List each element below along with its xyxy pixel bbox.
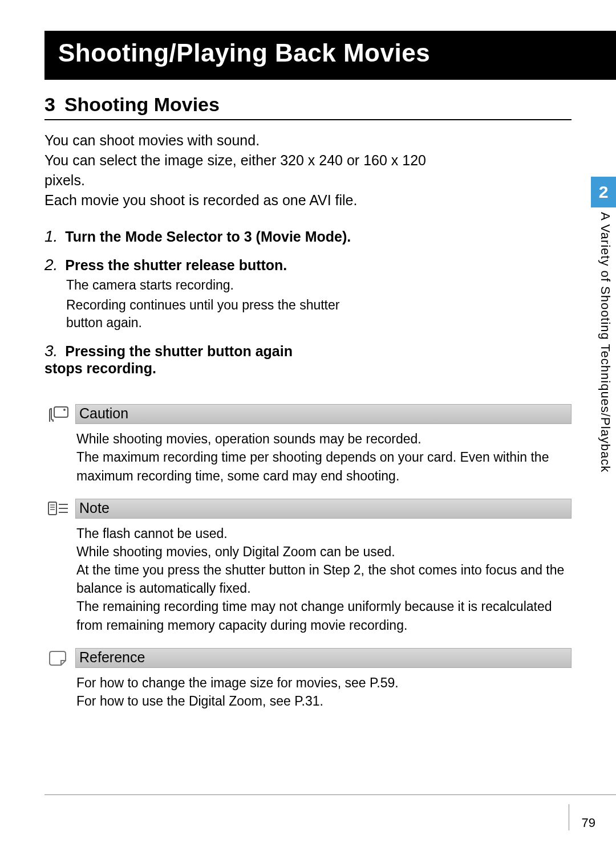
reference-callout: Reference For how to change the image si… xyxy=(44,648,572,710)
note-title: Note xyxy=(75,499,572,519)
step-number: 3. xyxy=(44,342,58,360)
chapter-side-label: A Variety of Shooting Techniques/Playbac… xyxy=(598,212,613,472)
svg-rect-2 xyxy=(48,502,56,515)
chapter-number-tab: 2 xyxy=(591,177,616,207)
caution-callout: Caution While shooting movies, operation… xyxy=(44,404,572,485)
section-title: Shooting Movies xyxy=(64,93,220,116)
step-2: 2. Press the shutter release button. The… xyxy=(44,256,572,332)
step-heading: Press the shutter release button. xyxy=(65,257,287,273)
note-icon xyxy=(44,499,71,518)
footer-rule xyxy=(44,794,616,795)
caution-title: Caution xyxy=(75,404,572,424)
step-3: 3. Pressing the shutter button again sto… xyxy=(44,342,330,377)
note-body: The flash cannot be used. While shooting… xyxy=(76,524,572,634)
intro-line: You can shoot movies with sound. xyxy=(44,131,468,150)
step-heading: Pressing the shutter button again stops … xyxy=(44,343,293,376)
svg-point-1 xyxy=(63,409,66,411)
reference-icon xyxy=(44,648,71,667)
steps-list: 1. Turn the Mode Selector to 3 (Movie Mo… xyxy=(44,227,572,377)
intro-line: You can select the image size, either 32… xyxy=(44,150,468,190)
svg-rect-0 xyxy=(54,407,68,417)
caution-icon xyxy=(44,405,71,424)
reference-body: For how to change the image size for mov… xyxy=(76,674,572,710)
caution-body: While shooting movies, operation sounds … xyxy=(76,430,572,485)
section-title-row: 3 Shooting Movies xyxy=(44,93,572,120)
chapter-banner: Shooting/Playing Back Movies xyxy=(44,31,616,80)
step-subtext: Recording continues until you press the … xyxy=(66,296,340,332)
reference-title-row: Reference xyxy=(44,648,572,668)
intro-line: Each movie you shoot is recorded as one … xyxy=(44,190,468,210)
note-callout: Note The flash cannot be used. While sho… xyxy=(44,499,572,634)
step-number: 1. xyxy=(44,227,58,245)
step-subtext: The camera starts recording. xyxy=(66,276,340,294)
page-number: 79 xyxy=(569,804,595,830)
caution-title-row: Caution xyxy=(44,404,572,424)
step-heading: Turn the Mode Selector to 3 (Movie Mode)… xyxy=(65,229,351,244)
reference-title: Reference xyxy=(75,648,572,668)
intro-paragraph: You can shoot movies with sound. You can… xyxy=(44,131,468,210)
note-title-row: Note xyxy=(44,499,572,519)
step-number: 2. xyxy=(44,256,58,274)
step-1: 1. Turn the Mode Selector to 3 (Movie Mo… xyxy=(44,227,572,246)
movie-mode-icon: 3 xyxy=(44,93,55,116)
manual-page: Shooting/Playing Back Movies 3 Shooting … xyxy=(0,0,616,868)
